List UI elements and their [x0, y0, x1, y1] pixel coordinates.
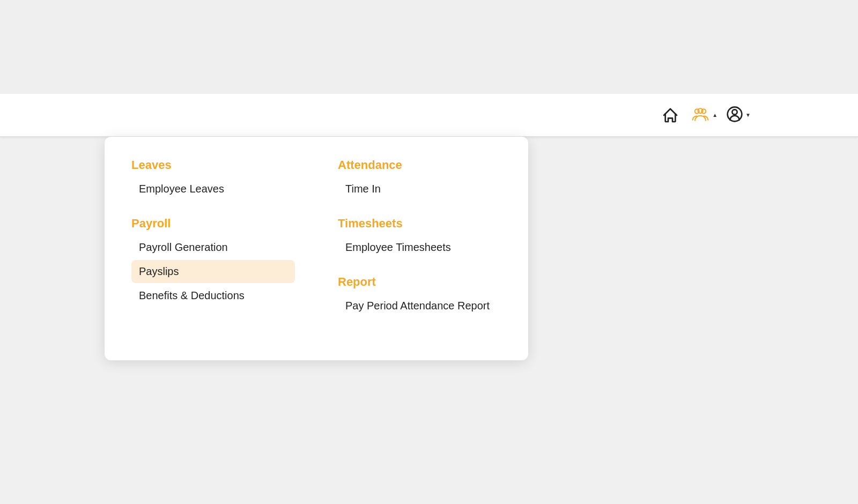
user-icon-wrapper[interactable]: ▼	[726, 106, 751, 125]
report-section-title: Report	[338, 275, 501, 289]
employee-timesheets-item[interactable]: Employee Timesheets	[338, 236, 501, 259]
leaves-section: Leaves Employee Leaves	[131, 158, 295, 201]
left-column: Leaves Employee Leaves Payroll Payroll G…	[131, 158, 295, 333]
employee-leaves-item[interactable]: Employee Leaves	[131, 177, 295, 201]
caret-down-icon: ▼	[745, 112, 751, 118]
group-icon	[691, 105, 710, 126]
attendance-section: Attendance Time In	[338, 158, 501, 201]
user-icon	[726, 106, 743, 125]
leaves-section-title: Leaves	[131, 158, 295, 172]
top-gray-area	[0, 0, 858, 94]
benefits-deductions-item[interactable]: Benefits & Deductions	[131, 284, 295, 307]
payroll-generation-item[interactable]: Payroll Generation	[131, 236, 295, 259]
payroll-section-title: Payroll	[131, 217, 295, 231]
home-button[interactable]	[659, 103, 682, 127]
group-icon-wrapper[interactable]: ▲	[691, 105, 718, 126]
svg-point-4	[732, 109, 737, 114]
time-in-item[interactable]: Time In	[338, 177, 501, 201]
timesheets-section-title: Timesheets	[338, 217, 501, 231]
pay-period-attendance-report-item[interactable]: Pay Period Attendance Report	[338, 294, 501, 317]
payslips-item[interactable]: Payslips	[131, 260, 295, 283]
attendance-section-title: Attendance	[338, 158, 501, 172]
home-icon	[662, 107, 679, 124]
navbar: ▲ ▼	[0, 94, 858, 137]
report-section: Report Pay Period Attendance Report	[338, 275, 501, 317]
caret-up-icon: ▲	[712, 113, 718, 118]
right-column: Attendance Time In Timesheets Employee T…	[338, 158, 501, 333]
payroll-section: Payroll Payroll Generation Payslips Bene…	[131, 217, 295, 307]
timesheets-section: Timesheets Employee Timesheets	[338, 217, 501, 259]
dropdown-grid: Leaves Employee Leaves Payroll Payroll G…	[131, 158, 501, 333]
dropdown-menu: Leaves Employee Leaves Payroll Payroll G…	[105, 137, 528, 360]
nav-icons: ▲ ▼	[659, 103, 751, 127]
